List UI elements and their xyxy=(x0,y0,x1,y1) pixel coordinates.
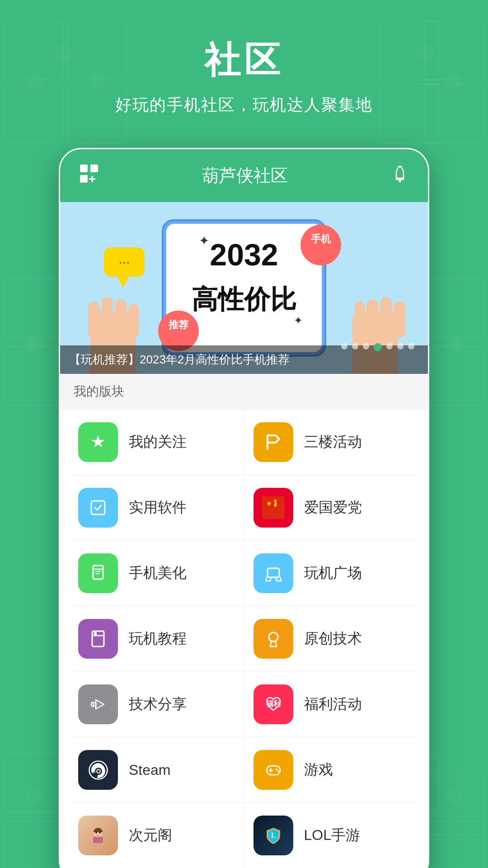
menu-row-5: 技术分享 福利 福利活动 xyxy=(69,672,419,737)
svg-rect-43 xyxy=(355,302,365,335)
svg-point-23 xyxy=(26,336,42,353)
dot-7[interactable] xyxy=(408,343,414,349)
activity-label: 三楼活动 xyxy=(304,432,362,452)
svg-point-58 xyxy=(300,225,341,265)
svg-rect-27 xyxy=(80,165,88,172)
tutorial-label: 玩机教程 xyxy=(129,629,187,649)
svg-rect-38 xyxy=(102,297,113,338)
welfare-icon: 福利 xyxy=(253,684,293,724)
menu-row-4: 玩机教程 原创技术 xyxy=(69,606,419,672)
svg-text:L: L xyxy=(271,831,276,839)
bell-icon[interactable] xyxy=(390,164,410,188)
menu-item-tutorial[interactable]: 玩机教程 xyxy=(69,606,244,671)
activity-icon xyxy=(253,422,293,462)
follow-icon xyxy=(78,422,118,462)
svg-point-86 xyxy=(99,832,101,834)
menu-item-patriot[interactable]: 爱国爱党 xyxy=(244,475,419,540)
svg-rect-46 xyxy=(394,302,405,338)
menu-item-original-tech[interactable]: 原创技术 xyxy=(244,606,419,671)
banner-dots xyxy=(341,343,414,351)
svg-rect-87 xyxy=(93,837,103,843)
menu-item-tech-share[interactable]: 技术分享 xyxy=(69,672,244,737)
svg-rect-60 xyxy=(91,501,105,514)
menu-item-gaming-plaza[interactable]: 玩机广场 xyxy=(244,541,419,606)
svg-point-85 xyxy=(95,832,97,834)
menu-item-software[interactable]: 实用软件 xyxy=(69,475,244,540)
svg-rect-17 xyxy=(425,821,483,868)
svg-rect-37 xyxy=(88,302,99,338)
svg-point-82 xyxy=(276,769,277,770)
svg-rect-44 xyxy=(367,299,378,338)
svg-text:✦: ✦ xyxy=(199,234,209,248)
menu-item-anime[interactable]: 次元阁 xyxy=(69,803,244,868)
gaming-plaza-icon xyxy=(253,553,293,593)
header-section: 社区 好玩的手机社区，玩机达人聚集地 xyxy=(0,0,488,130)
tech-share-label: 技术分享 xyxy=(129,694,187,714)
svg-point-78 xyxy=(97,769,100,773)
svg-point-26 xyxy=(446,788,462,805)
software-icon xyxy=(78,488,118,528)
page-subtitle: 好玩的手机社区，玩机达人聚集地 xyxy=(0,94,488,116)
svg-text:推荐: 推荐 xyxy=(168,319,189,330)
patriot-label: 爱国爱党 xyxy=(304,498,362,518)
svg-point-83 xyxy=(277,770,279,772)
menu-row-3: 手机美化 玩机广场 xyxy=(69,541,419,606)
dot-4[interactable] xyxy=(374,343,382,351)
menu-item-welfare[interactable]: 福利 福利活动 xyxy=(244,672,419,737)
dot-5[interactable] xyxy=(386,343,393,349)
svg-rect-15 xyxy=(425,776,483,835)
svg-text:✦: ✦ xyxy=(294,314,303,326)
original-tech-icon xyxy=(253,619,293,659)
software-label: 实用软件 xyxy=(129,498,187,518)
patriot-icon xyxy=(253,488,293,528)
svg-rect-16 xyxy=(5,821,63,868)
original-tech-label: 原创技术 xyxy=(304,629,362,649)
svg-rect-29 xyxy=(80,175,88,183)
lol-label: LOL手游 xyxy=(304,826,360,845)
svg-rect-45 xyxy=(380,297,392,338)
beauty-label: 手机美化 xyxy=(129,563,187,583)
my-blocks-label: 我的版块 xyxy=(60,374,428,410)
banner-container[interactable]: 2032 高性价比 ··· ✦ ✦ 推荐 手机 xyxy=(60,202,428,374)
menu-row-1: 我的关注 三楼活动 xyxy=(69,410,419,475)
svg-rect-8 xyxy=(5,279,63,338)
gaming-plaza-label: 玩机广场 xyxy=(304,563,362,583)
tutorial-icon xyxy=(78,619,118,659)
dot-3[interactable] xyxy=(363,343,369,349)
anime-icon xyxy=(78,816,118,855)
menu-item-steam[interactable]: Steam xyxy=(69,737,244,802)
phone-mockup: 葫芦侠社区 xyxy=(59,148,429,868)
lol-icon: L xyxy=(253,816,293,855)
dot-2[interactable] xyxy=(352,343,358,349)
app-header-bar: 葫芦侠社区 xyxy=(60,149,428,202)
svg-rect-72 xyxy=(92,631,104,646)
games-icon xyxy=(253,750,293,790)
svg-text:福利: 福利 xyxy=(266,699,281,708)
svg-rect-73 xyxy=(94,632,97,636)
svg-rect-9 xyxy=(5,347,63,406)
grid-plus-icon[interactable] xyxy=(78,163,100,189)
steam-icon xyxy=(78,750,118,790)
menu-row-2: 实用软件 爱国爱党 xyxy=(69,475,419,541)
svg-point-74 xyxy=(269,632,278,642)
steam-label: Steam xyxy=(129,762,170,778)
tech-share-icon xyxy=(78,684,118,724)
menu-item-games[interactable]: 游戏 xyxy=(244,737,419,802)
svg-text:2032: 2032 xyxy=(210,237,278,272)
svg-rect-61 xyxy=(262,496,285,519)
svg-rect-39 xyxy=(115,299,127,338)
menu-item-activity[interactable]: 三楼活动 xyxy=(244,410,419,475)
svg-rect-11 xyxy=(425,347,483,406)
svg-rect-67 xyxy=(93,566,103,579)
menu-list: 我的关注 三楼活动 实用软件 xyxy=(60,410,428,868)
menu-item-follow[interactable]: 我的关注 xyxy=(69,410,244,475)
menu-row-7: 次元阁 L LOL手游 xyxy=(69,803,419,868)
menu-item-lol[interactable]: L LOL手游 xyxy=(244,803,419,868)
menu-item-beauty[interactable]: 手机美化 xyxy=(69,541,244,606)
dot-6[interactable] xyxy=(397,343,404,349)
svg-point-24 xyxy=(446,336,462,353)
anime-label: 次元阁 xyxy=(129,826,172,845)
svg-text:手机: 手机 xyxy=(311,233,331,245)
dot-1[interactable] xyxy=(341,343,347,349)
svg-rect-40 xyxy=(129,304,139,338)
